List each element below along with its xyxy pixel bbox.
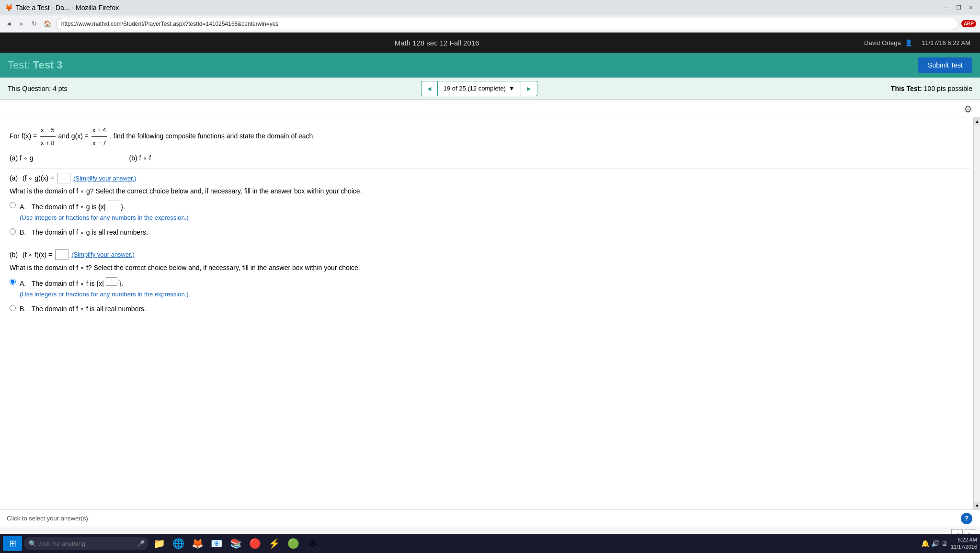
- fx-fraction: x − 5 x + 8: [40, 124, 56, 149]
- test-pts: This Test: 100 pts possible: [891, 85, 972, 92]
- test-header: Test: Test 3 Submit Test: [0, 53, 980, 78]
- domain-a-answer-input[interactable]: [108, 201, 119, 209]
- domain-b-radio-b[interactable]: [10, 305, 16, 311]
- taskbar-app-mail[interactable]: 📧: [208, 536, 225, 551]
- address-bar[interactable]: [56, 18, 958, 30]
- section-b-label: (b): [10, 251, 18, 259]
- taskbar-right: 🔔 🔊 🖥 6:22 AM 11/17/2016: [921, 536, 977, 551]
- section-a-answer-row: (a) (f ∘ g)(x) = (Simplify your answer.): [10, 173, 970, 183]
- scroll-down-button[interactable]: ▼: [974, 502, 980, 509]
- scrollbar: ▲ ▼: [973, 117, 980, 509]
- abp-badge: ABP: [961, 20, 976, 27]
- browser-title: Take a Test - Da... - Mozilla Firefox: [16, 4, 119, 11]
- taskbar-app-chrome[interactable]: 🟢: [285, 536, 302, 551]
- gear-icon[interactable]: ⚙: [964, 103, 972, 115]
- part-b-label: (b) f ∘ f: [129, 154, 151, 162]
- minimize-button[interactable]: —: [942, 3, 950, 12]
- gx-fraction: x + 4 x − 7: [91, 124, 107, 149]
- forward-button[interactable]: ►: [17, 19, 27, 28]
- test-name: Test 3: [33, 59, 63, 71]
- taskbar-app-red[interactable]: 🔴: [246, 536, 263, 551]
- domain-a-option-a: A. The domain of f ∘ g is {x| }. (Use in…: [10, 201, 970, 223]
- home-button[interactable]: 🏠: [42, 19, 53, 28]
- domain-a-radio-a[interactable]: [10, 202, 16, 208]
- divider-1: [10, 169, 970, 169]
- domain-b-radio-a[interactable]: [10, 279, 16, 285]
- fog-equation: (f ∘ g)(x) =: [21, 174, 54, 182]
- option-a-label: A.: [20, 203, 26, 211]
- separator: |: [916, 39, 918, 46]
- taskbar-app-firefox[interactable]: 🦊: [189, 536, 206, 551]
- prev-question-button[interactable]: ◄: [421, 81, 437, 96]
- section-a-label: (a): [10, 174, 18, 182]
- simplify-a-note: (Simplify your answer.): [73, 175, 136, 182]
- simplify-b-note: (Simplify your answer.): [71, 251, 134, 258]
- dropdown-arrow-icon[interactable]: ▼: [509, 85, 515, 92]
- domain-b-question: What is the domain of f ∘ f? Select the …: [10, 264, 970, 271]
- maximize-button[interactable]: ❐: [954, 3, 963, 12]
- question-nav-center: ◄ 19 of 25 (12 complete) ▼ ►: [421, 81, 537, 96]
- start-button[interactable]: ⊞: [3, 536, 22, 551]
- browser-toolbar: ◄ ► ↻ 🏠 ABP: [0, 15, 980, 33]
- taskbar-icon-3: 🖥: [941, 540, 948, 547]
- app-header: Math 128 sec 12 Fall 2016 David Ortega 👤…: [0, 33, 980, 53]
- browser-favicon: 🦊: [5, 4, 13, 11]
- click-answer-bar: Click to select your answer(s). ?: [0, 509, 980, 527]
- help-button[interactable]: ?: [961, 513, 972, 524]
- domain-a-question: What is the domain of f ∘ g? Select the …: [10, 187, 970, 195]
- domain-a-option-b-text: B. The domain of f ∘ g is all real numbe…: [20, 227, 148, 237]
- question-nav: This Question: 4 pts ◄ 19 of 25 (12 comp…: [0, 78, 980, 100]
- section-b-answer-row: (b) (f ∘ f)(x) = (Simplify your answer.): [10, 249, 970, 260]
- domain-a-hint: (Use integers or fractions for any numbe…: [20, 214, 189, 221]
- submit-test-button[interactable]: Submit Test: [918, 57, 972, 73]
- taskbar-icons: 🔔 🔊 🖥: [921, 540, 948, 547]
- domain-b-option-b: B. The domain of f ∘ f is all real numbe…: [10, 304, 970, 314]
- taskbar-clock: 6:22 AM 11/17/2016: [951, 536, 977, 551]
- settings-row: ⚙: [0, 100, 980, 117]
- domain-b-answer-input[interactable]: [106, 277, 117, 286]
- scroll-up-button[interactable]: ▲: [974, 117, 980, 125]
- taskbar: ⊞ 🔍 🎤 📁 🌐 🦊 📧 📚 🔴 ⚡ 🟢 ⚙ 🔔 🔊 🖥 6:22 AM 11…: [0, 534, 980, 553]
- taskbar-app-gear[interactable]: ⚙: [304, 536, 321, 551]
- mic-icon[interactable]: 🎤: [137, 540, 145, 547]
- part-a-label: (a) f ∘ g: [10, 154, 33, 162]
- next-question-button[interactable]: ►: [521, 81, 537, 96]
- test-title: Test: Test 3: [8, 59, 63, 71]
- domain-b-option-a-text: A. The domain of f ∘ f is {x| }. (Use in…: [20, 277, 189, 300]
- taskbar-time-display: 6:22 AM: [951, 536, 977, 543]
- taskbar-app-dev[interactable]: ⚡: [265, 536, 283, 551]
- course-title: Math 128 sec 12 Fall 2016: [395, 39, 479, 47]
- problem-statement: For f(x) = x − 5 x + 8 and g(x) = x + 4 …: [10, 124, 970, 149]
- fof-answer-input[interactable]: [55, 249, 68, 260]
- main-content: For f(x) = x − 5 x + 8 and g(x) = x + 4 …: [0, 117, 980, 509]
- taskbar-date-display: 11/17/2016: [951, 543, 977, 551]
- close-button[interactable]: ✕: [967, 3, 975, 12]
- domain-a-radio-b[interactable]: [10, 228, 16, 235]
- browser-titlebar: 🦊 Take a Test - Da... - Mozilla Firefox …: [0, 0, 980, 15]
- taskbar-app-ie[interactable]: 🌐: [170, 536, 187, 551]
- search-icon: 🔍: [29, 540, 36, 547]
- browser-controls: — ❐ ✕: [942, 3, 975, 12]
- domain-b-hint: (Use integers or fractions for any numbe…: [20, 291, 189, 298]
- taskbar-app-explorer[interactable]: 📁: [150, 536, 168, 551]
- user-icon: 👤: [905, 39, 912, 46]
- parts-labels: (a) f ∘ g (b) f ∘ f: [10, 154, 970, 162]
- domain-a-option-a-text: A. The domain of f ∘ g is {x| }. (Use in…: [20, 201, 189, 223]
- back-button[interactable]: ◄: [4, 19, 14, 28]
- taskbar-icon-2: 🔊: [931, 540, 939, 547]
- search-wrapper: 🔍 🎤: [24, 537, 148, 550]
- user-info: David Ortega 👤 | 11/17/16 6:22 AM: [864, 39, 970, 46]
- datetime: 11/17/16 6:22 AM: [922, 39, 970, 46]
- domain-a-option-b: B. The domain of f ∘ g is all real numbe…: [10, 227, 970, 237]
- question-pts: This Question: 4 pts: [8, 85, 68, 92]
- question-status: 19 of 25 (12 complete) ▼: [437, 81, 521, 96]
- domain-b-option-b-text: B. The domain of f ∘ f is all real numbe…: [20, 304, 146, 314]
- reload-button[interactable]: ↻: [30, 19, 39, 28]
- fof-equation: (f ∘ f)(x) =: [21, 251, 52, 259]
- content-wrapper: For f(x) = x − 5 x + 8 and g(x) = x + 4 …: [0, 117, 980, 509]
- username: David Ortega: [864, 39, 901, 46]
- taskbar-search-input[interactable]: [24, 537, 148, 550]
- fog-answer-input[interactable]: [57, 173, 70, 183]
- taskbar-app-library[interactable]: 📚: [227, 536, 244, 551]
- domain-b-option-a: A. The domain of f ∘ f is {x| }. (Use in…: [10, 277, 970, 300]
